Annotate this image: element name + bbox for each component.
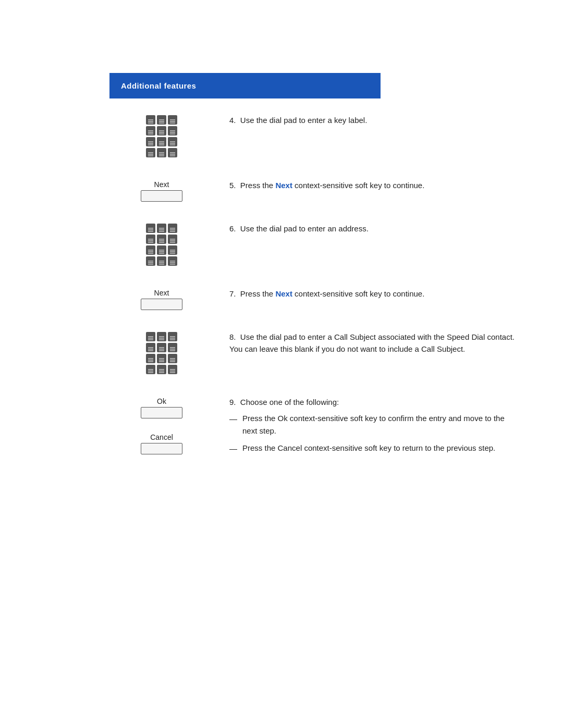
ok-button-box[interactable] — [141, 407, 182, 418]
next-button-box-7[interactable] — [141, 299, 182, 310]
key — [168, 256, 177, 266]
key — [146, 235, 155, 244]
step-5-right: 5. Press the Next context-sensitive soft… — [214, 179, 521, 191]
key — [168, 224, 177, 233]
step-5-row: Next 5. Press the Next context-sensitive… — [109, 179, 521, 204]
step-8-number: 8. — [229, 332, 236, 341]
key — [168, 137, 177, 146]
key — [157, 245, 166, 255]
cancel-button-wrap: Cancel — [141, 433, 182, 454]
step-9-sub-bullets: — Press the Ok context-sensitive soft ke… — [229, 412, 521, 454]
step-6-number: 6. — [229, 224, 236, 233]
step-4-left — [109, 114, 214, 161]
step-4-row: 4. Use the dial pad to enter a key label… — [109, 114, 521, 161]
step-8-row: 8. Use the dial pad to enter a Call Subj… — [109, 331, 521, 377]
step-4-right: 4. Use the dial pad to enter a key label… — [214, 114, 521, 126]
step-5-number: 5. — [229, 181, 236, 190]
step-6-right: 6. Use the dial pad to enter an address. — [214, 223, 521, 235]
header-title: Additional features — [121, 81, 196, 90]
ok-button-wrap: Ok — [141, 397, 182, 418]
dialpad-icon-8 — [146, 332, 177, 374]
key — [168, 126, 177, 135]
step-7-text: 7. Press the Next context-sensitive soft… — [229, 289, 424, 298]
key — [146, 148, 155, 157]
step-9-text: 9. Choose one of the following: — [229, 398, 339, 406]
sub-bullet-ok-text: Press the Ok context-sensitive soft key … — [242, 412, 521, 437]
step-4-number: 4. — [229, 116, 236, 125]
next-button-box-5[interactable] — [141, 190, 182, 202]
key — [157, 256, 166, 266]
key — [157, 148, 166, 157]
key — [168, 365, 177, 374]
key — [146, 245, 155, 255]
cancel-label: Cancel — [150, 433, 173, 441]
step-6-left — [109, 223, 214, 269]
key — [157, 137, 166, 146]
step-6-row: 6. Use the dial pad to enter an address. — [109, 223, 521, 269]
dialpad-icon-4 — [146, 115, 177, 157]
step-9-left: Ok Cancel — [109, 396, 214, 456]
next-button-wrap-7: Next — [141, 289, 182, 310]
key — [146, 224, 155, 233]
next-label-5: Next — [154, 180, 169, 189]
step-9-row: Ok Cancel 9. Choose one of the following… — [109, 396, 521, 460]
key — [157, 235, 166, 244]
key — [168, 148, 177, 157]
step-9-right: 9. Choose one of the following: — Press … — [214, 396, 521, 460]
key — [146, 137, 155, 146]
key — [168, 343, 177, 352]
step-4-text: 4. Use the dial pad to enter a key label… — [229, 116, 367, 125]
step-5-text: 5. Press the Next context-sensitive soft… — [229, 181, 424, 190]
dash-icon-cancel: — — [229, 442, 237, 454]
key — [146, 365, 155, 374]
step-7-row: Next 7. Press the Next context-sensitive… — [109, 288, 521, 312]
ok-label: Ok — [157, 397, 166, 405]
step-9-number: 9. — [229, 398, 236, 406]
key — [146, 126, 155, 135]
key — [146, 256, 155, 266]
step-8-left — [109, 331, 214, 377]
step-5-left: Next — [109, 179, 214, 204]
key — [157, 115, 166, 125]
key — [157, 332, 166, 341]
next-highlight-7: Next — [275, 289, 292, 298]
step-7-number: 7. — [229, 289, 236, 298]
next-highlight-5: Next — [275, 181, 292, 190]
key — [168, 332, 177, 341]
key — [168, 115, 177, 125]
key — [168, 245, 177, 255]
step-8-right: 8. Use the dial pad to enter a Call Subj… — [214, 331, 521, 355]
sub-bullet-cancel: — Press the Cancel context-sensitive sof… — [229, 442, 521, 454]
next-label-7: Next — [154, 289, 169, 297]
key — [168, 235, 177, 244]
step-8-text: 8. Use the dial pad to enter a Call Subj… — [229, 332, 515, 353]
dash-icon-ok: — — [229, 413, 237, 425]
key — [157, 365, 166, 374]
cancel-highlight: Cancel — [278, 443, 302, 452]
key — [146, 354, 155, 363]
cancel-button-box[interactable] — [141, 443, 182, 454]
ok-highlight: Ok — [278, 414, 288, 423]
step-6-text: 6. Use the dial pad to enter an address. — [229, 224, 369, 233]
sub-bullet-cancel-text: Press the Cancel context-sensitive soft … — [242, 442, 495, 454]
key — [157, 343, 166, 352]
key — [168, 354, 177, 363]
content-area: 4. Use the dial pad to enter a key label… — [0, 114, 563, 460]
header-banner: Additional features — [109, 73, 381, 98]
step-7-left: Next — [109, 288, 214, 312]
key — [146, 332, 155, 341]
next-button-wrap-5: Next — [141, 180, 182, 202]
page-container: Additional features — [0, 73, 563, 728]
key — [146, 343, 155, 352]
key — [157, 224, 166, 233]
sub-bullet-ok: — Press the Ok context-sensitive soft ke… — [229, 412, 521, 437]
step-7-right: 7. Press the Next context-sensitive soft… — [214, 288, 521, 300]
dialpad-icon-6 — [146, 224, 177, 266]
key — [157, 126, 166, 135]
key — [146, 115, 155, 125]
key — [157, 354, 166, 363]
